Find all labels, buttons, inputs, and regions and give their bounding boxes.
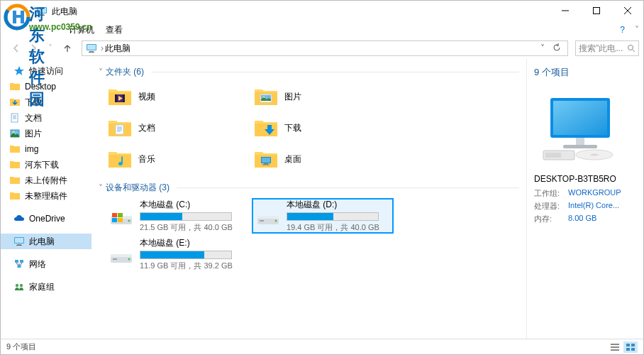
svg-rect-11 [87,45,96,50]
svg-rect-71 [611,344,619,345]
folder-icon [9,190,21,202]
svg-rect-23 [15,238,23,243]
address-bar[interactable]: › 此电脑 ˅ [82,40,568,56]
chevron-down-icon: ˅ [99,183,103,193]
sidebar-network[interactable]: 网络 [1,256,91,272]
svg-rect-13 [89,52,94,53]
maximize-button[interactable] [581,1,612,21]
folder-desktop[interactable]: 桌面 [252,145,394,173]
details-count: 9 个项目 [534,66,636,79]
svg-point-70 [590,154,599,156]
details-row: 内存:8.00 GB [534,214,636,224]
sidebar-item-pictures[interactable]: 图片 [1,126,91,141]
svg-point-30 [20,284,23,287]
svg-point-14 [628,45,633,50]
details-image [534,89,626,167]
recent-dropdown[interactable]: ˅ [43,41,57,55]
star-icon [13,65,25,77]
homegroup-icon [13,281,25,293]
svg-rect-65 [576,138,584,145]
svg-rect-26 [15,260,18,263]
section-drives[interactable]: ˅设备和驱动器 (3) [99,182,519,194]
svg-rect-33 [123,94,125,102]
address-dropdown[interactable]: ˅ [536,43,549,53]
forward-button[interactable] [26,41,40,55]
svg-rect-53 [118,218,123,222]
breadcrumb-sep: › [101,43,104,53]
svg-rect-77 [631,348,635,351]
svg-rect-75 [631,344,635,346]
svg-rect-28 [18,265,21,268]
svg-rect-24 [17,244,21,245]
details-row: 处理器:Intel(R) Core... [534,201,636,212]
ribbon-expand-icon[interactable]: ˅ [635,25,639,35]
up-button[interactable] [60,41,74,55]
breadcrumb[interactable]: 此电脑 [105,43,131,55]
refresh-button[interactable] [549,43,565,54]
folder-icon [9,159,21,170]
search-input[interactable]: 搜索"此电... [575,40,639,56]
menu-computer[interactable]: 计算机 [69,24,94,36]
documents-icon [9,112,21,124]
folder-music[interactable]: 音乐 [106,145,248,173]
sidebar-item-unuploaded[interactable]: 未上传附件 [1,173,91,188]
svg-rect-50 [112,213,117,217]
search-icon [627,44,635,53]
view-details-button[interactable] [608,342,622,353]
close-button[interactable] [612,1,643,21]
folder-icon [9,175,21,186]
menu-view[interactable]: 查看 [106,24,123,36]
svg-rect-76 [626,348,630,351]
section-folders[interactable]: ˅文件夹 (6) [99,66,519,78]
svg-rect-72 [611,346,619,348]
svg-point-57 [275,220,277,222]
sidebar-item-drafts[interactable]: 未整理稿件 [1,188,91,204]
folder-documents[interactable]: 文档 [106,114,248,142]
svg-rect-60 [113,258,117,260]
svg-rect-64 [553,101,607,135]
svg-rect-59 [111,254,132,257]
drive-sub: 11.9 GB 可用，共 39.2 GB [140,261,245,271]
chevron-down-icon: ˅ [99,67,103,77]
details-pane: 9 个项目 DESKTOP-B3TB5RO 工作组:WORKGROUP处理器:I… [526,59,643,339]
drive-name: 本地磁盘 (D:) [287,199,390,211]
search-placeholder: 搜索"此电... [579,43,627,55]
drive-name: 本地磁盘 (E:) [140,237,245,249]
sidebar-item-downloads[interactable]: 下载 [1,94,91,110]
folder-videos[interactable]: 视频 [106,82,248,111]
svg-rect-3 [38,8,46,13]
drive-bar [287,212,379,221]
drive-name: 本地磁盘 (C:) [140,199,245,211]
view-icons-button[interactable] [623,342,638,353]
help-button[interactable]: ? [620,25,625,35]
pc-icon [85,43,98,54]
folder-pictures[interactable]: 图片 [252,82,394,111]
svg-rect-16 [11,114,18,122]
sidebar-onedrive[interactable]: OneDrive [1,211,91,226]
svg-rect-52 [112,218,117,222]
sidebar-item-desktop[interactable]: Desktop [1,79,91,94]
svg-rect-73 [611,349,619,351]
back-button[interactable] [9,41,23,55]
sidebar-homegroup[interactable]: 家庭组 [1,279,91,295]
drive-sub: 19.4 GB 可用，共 40.0 GB [287,222,390,233]
drive-bar [140,251,232,259]
minimize-button[interactable] [550,1,581,21]
svg-rect-32 [115,94,117,102]
svg-rect-7 [594,8,600,14]
titlebar: 此电脑 [1,1,643,22]
svg-rect-55 [257,216,279,219]
cloud-icon [13,213,25,224]
sidebar-item-documents[interactable]: 文档 [1,110,91,126]
details-name: DESKTOP-B3TB5RO [534,174,636,184]
sidebar-quick-access[interactable]: 快速访问 [1,63,91,79]
sidebar-item-img[interactable]: img [1,141,91,157]
drive-item[interactable]: 本地磁盘 (C:)21.5 GB 可用，共 40.0 GB [106,198,248,234]
drive-item[interactable]: 本地磁盘 (D:)19.4 GB 可用，共 40.0 GB [252,198,394,234]
menubar: 文件 计算机 查看 ˅ ? [1,22,643,38]
sidebar-item-hedong[interactable]: 河东下载 [1,157,91,173]
drive-item[interactable]: 本地磁盘 (E:)11.9 GB 可用，共 39.2 GB [106,236,248,272]
sidebar-this-pc[interactable]: 此电脑 [1,234,91,249]
folder-downloads[interactable]: 下载 [252,114,394,142]
drive-sub: 21.5 GB 可用，共 40.0 GB [140,222,245,233]
